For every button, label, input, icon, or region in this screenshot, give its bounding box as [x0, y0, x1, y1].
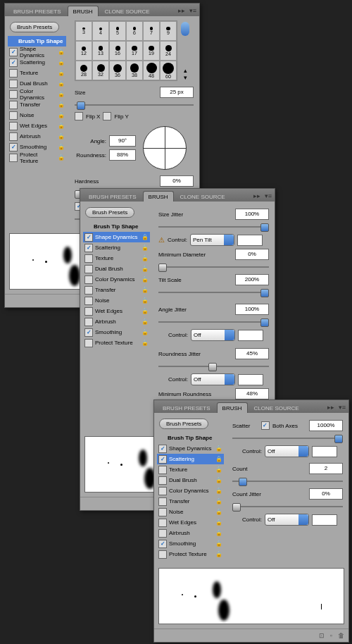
- lock-icon[interactable]: 🔒: [215, 488, 222, 495]
- sidebar-brush-tip[interactable]: Brush Tip Shape: [83, 221, 150, 232]
- new-icon[interactable]: ▫: [330, 632, 332, 639]
- sidebar-item-scattering[interactable]: Scattering🔒: [83, 242, 150, 253]
- flipx-checkbox[interactable]: [75, 112, 83, 120]
- brush-swatch[interactable]: 32: [92, 61, 109, 80]
- brush-swatch[interactable]: 5: [109, 21, 126, 41]
- sidebar-item-scattering[interactable]: Scattering🔒: [157, 454, 224, 464]
- both-axes-checkbox[interactable]: [261, 421, 270, 430]
- sidebar-item-airbrush[interactable]: Airbrush🔒: [83, 316, 150, 327]
- checkbox-icon[interactable]: [9, 154, 18, 162]
- checkbox-icon[interactable]: [9, 90, 18, 99]
- checkbox-icon[interactable]: [158, 445, 167, 453]
- min-diameter-slider[interactable]: [158, 263, 269, 271]
- lock-icon[interactable]: 🔒: [142, 308, 149, 315]
- trash-icon[interactable]: 🗑: [338, 632, 344, 639]
- brush-presets-button[interactable]: Brush Presets: [85, 207, 134, 218]
- tab-clone-source[interactable]: CLONE SOURCE: [99, 6, 156, 16]
- sidebar-item-smoothing[interactable]: Smoothing🔒: [83, 327, 150, 338]
- lock-icon[interactable]: 🔒: [215, 445, 222, 452]
- tab-brush-presets[interactable]: BRUSH PRESETS: [8, 6, 67, 16]
- brush-swatch[interactable]: 6: [126, 21, 143, 41]
- control-value-1[interactable]: [237, 235, 263, 246]
- arrow-down-icon[interactable]: ▾: [184, 74, 187, 81]
- sidebar-item-dual-brush[interactable]: Dual Brush🔒: [83, 264, 150, 274]
- checkbox-icon[interactable]: [84, 265, 93, 273]
- lock-icon[interactable]: 🔒: [58, 101, 65, 109]
- size-slider[interactable]: [75, 101, 194, 109]
- angle-input[interactable]: 90°: [109, 135, 136, 147]
- checkbox-icon[interactable]: [84, 286, 93, 295]
- scatter-control-value[interactable]: [312, 446, 337, 457]
- lock-icon[interactable]: 🔒: [215, 466, 222, 473]
- lock-icon[interactable]: 🔒: [142, 255, 149, 262]
- checkbox-icon[interactable]: [9, 111, 18, 120]
- lock-icon[interactable]: 🔒: [215, 498, 222, 505]
- count-jitter-input[interactable]: 0%: [309, 488, 343, 500]
- brush-swatch[interactable]: 28: [75, 61, 92, 80]
- count-jitter-control-select[interactable]: Off▴▾: [265, 514, 309, 526]
- checkbox-icon[interactable]: [9, 80, 18, 88]
- brush-swatch[interactable]: 19: [143, 41, 160, 61]
- lock-icon[interactable]: 🔒: [58, 133, 65, 140]
- checkbox-icon[interactable]: [158, 529, 167, 538]
- checkbox-icon[interactable]: [158, 519, 167, 527]
- lock-icon[interactable]: 🔒: [142, 318, 149, 326]
- count-jitter-slider[interactable]: [232, 502, 343, 511]
- lock-icon[interactable]: 🔒: [58, 91, 65, 98]
- control-value-2[interactable]: [238, 330, 263, 341]
- brush-swatch[interactable]: 48: [143, 61, 160, 80]
- sidebar-item-noise[interactable]: Noise🔒: [83, 295, 150, 306]
- hardness-input[interactable]: 0%: [160, 175, 194, 187]
- sidebar-item-noise[interactable]: Noise🔒: [157, 507, 224, 517]
- checkbox-icon[interactable]: [84, 307, 93, 316]
- lock-icon[interactable]: 🔒: [215, 530, 222, 537]
- control-select-1[interactable]: Pen Tilt▴▾: [190, 234, 234, 246]
- lock-icon[interactable]: 🔒: [58, 80, 65, 87]
- brush-swatch[interactable]: 4: [92, 21, 109, 41]
- collapse-icon[interactable]: ▸▸: [178, 7, 185, 14]
- brush-swatch[interactable]: 38: [126, 61, 143, 80]
- sidebar-item-color-dynamics[interactable]: Color Dynamics🔒: [157, 485, 224, 496]
- sidebar-item-wet-edges[interactable]: Wet Edges🔒: [8, 120, 66, 131]
- checkbox-icon[interactable]: [158, 487, 167, 495]
- collapse-icon[interactable]: ▸▸: [253, 192, 260, 199]
- lock-icon[interactable]: 🔒: [58, 49, 65, 56]
- lock-icon[interactable]: 🔒: [58, 59, 65, 66]
- checkbox-icon[interactable]: [158, 550, 167, 559]
- sidebar-item-protect-texture[interactable]: Protect Texture🔒: [8, 152, 66, 163]
- sidebar-item-texture[interactable]: Texture🔒: [8, 68, 66, 78]
- roundness-jitter-input[interactable]: 45%: [235, 348, 269, 359]
- flipy-checkbox[interactable]: [103, 112, 111, 120]
- lock-icon[interactable]: 🔒: [215, 519, 222, 526]
- checkbox-icon[interactable]: [9, 48, 18, 56]
- sidebar-item-wet-edges[interactable]: Wet Edges🔒: [157, 517, 224, 528]
- brush-swatch[interactable]: 12: [75, 41, 92, 61]
- checkbox-icon[interactable]: [158, 497, 167, 506]
- brush-swatch[interactable]: 3: [75, 21, 92, 41]
- collapse-icon[interactable]: ▸▸: [327, 404, 334, 411]
- brush-swatch[interactable]: 9: [160, 21, 177, 41]
- lock-icon[interactable]: 🔒: [215, 456, 222, 463]
- lock-icon[interactable]: 🔒: [142, 266, 149, 273]
- count-jitter-control-value[interactable]: [312, 514, 337, 526]
- sidebar-item-transfer[interactable]: Transfer🔒: [8, 99, 66, 110]
- min-diameter-input[interactable]: 0%: [235, 249, 269, 260]
- sidebar-item-protect-texture[interactable]: Protect Texture🔒: [157, 549, 224, 559]
- sidebar-item-scattering[interactable]: Scattering🔒: [8, 57, 66, 68]
- lock-icon[interactable]: 🔒: [142, 287, 149, 294]
- tab-brush[interactable]: BRUSH: [143, 191, 174, 202]
- checkbox-icon[interactable]: [9, 101, 18, 109]
- lock-icon[interactable]: 🔒: [215, 509, 222, 516]
- roundness-jitter-slider[interactable]: [158, 362, 269, 371]
- lock-icon[interactable]: 🔒: [215, 477, 222, 484]
- min-roundness-input[interactable]: 48%: [235, 388, 269, 400]
- brush-presets-button[interactable]: Brush Presets: [10, 22, 59, 32]
- sidebar-item-noise[interactable]: Noise🔒: [8, 110, 66, 120]
- checkbox-icon[interactable]: [84, 318, 93, 326]
- sidebar-item-shape-dynamics[interactable]: Shape Dynamics🔒: [8, 47, 66, 57]
- checkbox-icon[interactable]: [9, 122, 18, 130]
- sidebar-item-wet-edges[interactable]: Wet Edges🔒: [83, 306, 150, 316]
- lock-icon[interactable]: 🔒: [215, 540, 222, 547]
- brush-swatch[interactable]: 24: [160, 41, 177, 61]
- roundness-input[interactable]: 88%: [109, 149, 136, 161]
